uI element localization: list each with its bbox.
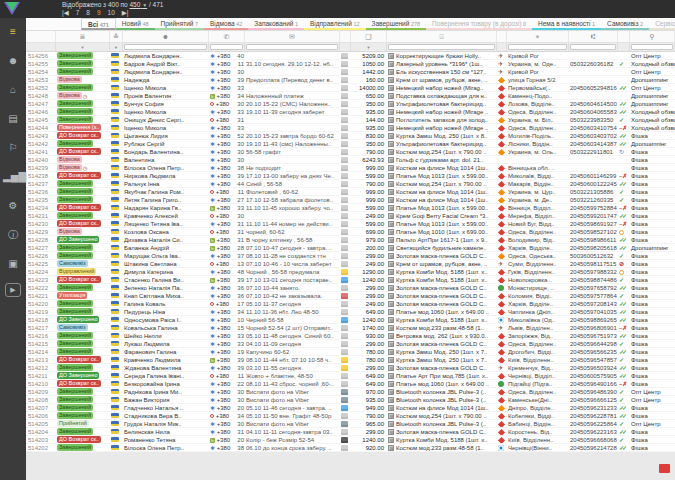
- sms-chat-icon[interactable]: [341, 85, 348, 91]
- column-header-ttn[interactable]: ⑆: [569, 31, 618, 42]
- tab-прийнятий[interactable]: Прийнятий 7: [155, 18, 205, 30]
- page-button-10[interactable]: 10: [108, 9, 115, 17]
- products-icon[interactable]: ▤: [3, 109, 23, 129]
- sms-chat-icon[interactable]: [341, 213, 348, 219]
- order-row-514242[interactable]: 514242ЗавершенийРублюк Сергій∗ +3803019.…: [26, 140, 675, 148]
- order-row-514236[interactable]: 514236ЗавершенийЯкубчак Галина Ром.. +38…: [26, 188, 675, 196]
- sms-chat-icon[interactable]: [341, 381, 348, 387]
- column-filter-price[interactable]: ▼: [351, 43, 387, 51]
- sms-chat-icon[interactable]: [341, 357, 348, 363]
- sms-chat-icon[interactable]: [341, 429, 348, 435]
- orders-list-icon[interactable]: ≡: [3, 22, 23, 42]
- order-row-514207[interactable]: 514207ЗавершенийГладченко Наталья ..∗ +3…: [26, 404, 675, 412]
- sms-chat-icon[interactable]: [341, 317, 348, 323]
- monitor-icon[interactable]: ▣: [3, 254, 23, 274]
- sms-chat-icon[interactable]: [341, 293, 348, 299]
- order-row-514209[interactable]: 514209ЗавершенийРаднікова Ірина Ми..∗ +3…: [26, 388, 675, 396]
- column-header-price[interactable]: ❑: [351, 31, 387, 42]
- order-row-514205[interactable]: 514205ПрийнятийГрудок Наталія Мик..∗ +38…: [26, 420, 675, 428]
- sms-chat-icon[interactable]: [341, 397, 348, 403]
- column-header-flag[interactable]: ≙: [110, 31, 123, 42]
- column-header-name[interactable]: ☻: [123, 31, 209, 42]
- app-logo[interactable]: [4, 2, 20, 15]
- sms-chat-icon[interactable]: [341, 349, 348, 355]
- column-header-tstat[interactable]: [618, 31, 630, 42]
- tab-завершений[interactable]: Завершений 278: [366, 18, 427, 30]
- tab-відправлений[interactable]: Відправлений 12: [304, 18, 366, 30]
- tab-повернення-товару-в-дорозі-[interactable]: Повернення товару (в дорозі) 0: [426, 18, 532, 30]
- column-header-product[interactable]: ⌺: [387, 31, 497, 42]
- order-row-514239[interactable]: 514239Відмова◷Білоока Олена Петр..∗ +380…: [26, 164, 675, 172]
- order-row-514234[interactable]: 514234ДО Возврат ск..Надарян Карина Гв..…: [26, 204, 675, 212]
- sms-chat-icon[interactable]: [341, 117, 348, 123]
- order-row-514252[interactable]: 514252ЗавершенийІщенко Микола∗ +38033140…: [26, 84, 675, 92]
- column-filter-product[interactable]: [387, 43, 497, 51]
- order-row-514218[interactable]: 514218ДО ЗавершеноОдносумова Раіса І..∗ …: [26, 316, 675, 324]
- sms-chat-icon[interactable]: [341, 157, 348, 163]
- order-row-514210[interactable]: 514210ДО Возврат ск..Безкоровайна Ірина∗…: [26, 380, 675, 388]
- column-filter-flag[interactable]: ▼: [110, 43, 123, 51]
- first-page-button[interactable]: |◀: [62, 9, 69, 17]
- filter-input-comment[interactable]: [246, 44, 338, 50]
- statistics-icon[interactable]: ▂▅▇: [3, 167, 23, 187]
- filter-dropdown-status[interactable]: ▼: [81, 45, 85, 50]
- tab-сервіси[interactable]: Сервіси 0: [649, 18, 675, 30]
- sms-chat-icon[interactable]: [341, 93, 348, 99]
- page-button-8[interactable]: 8: [86, 9, 90, 17]
- order-row-514213[interactable]: 514213ДО Возврат ск..Кравченко Людмилаlc…: [26, 356, 675, 364]
- column-filter-phone[interactable]: [209, 43, 245, 51]
- order-row-514235[interactable]: 514235ЗавершенийЛетяк Галина Григо..∗ +3…: [26, 196, 675, 204]
- order-row-514246[interactable]: 514246ЗавершенийІщенко Микола∗ +3803319.…: [26, 108, 675, 116]
- page-button-7[interactable]: 7: [76, 9, 80, 17]
- sms-chat-icon[interactable]: [341, 325, 348, 331]
- sms-chat-icon[interactable]: [341, 205, 348, 211]
- sms-chat-icon[interactable]: [341, 245, 348, 251]
- sms-chat-icon[interactable]: [341, 181, 348, 187]
- filter-input-source[interactable]: [631, 44, 673, 50]
- tab-нема-в-наявності[interactable]: Нема в наявності 1: [532, 18, 601, 30]
- order-row-514222[interactable]: 514222ЗавершенийЗеленко Наталія Па..∗ +3…: [26, 284, 675, 292]
- marketing-icon[interactable]: ⚐: [3, 138, 23, 158]
- sms-chat-icon[interactable]: [341, 437, 348, 443]
- sms-chat-icon[interactable]: [341, 197, 348, 203]
- order-row-514230[interactable]: 514230ДО Возврат ск..Лященко Тетяна Іва.…: [26, 220, 675, 228]
- sms-chat-icon[interactable]: [341, 413, 348, 419]
- tab-самовивіз[interactable]: Самовивіз 2: [601, 18, 649, 30]
- sms-chat-icon[interactable]: [341, 101, 348, 107]
- order-row-514219[interactable]: 514219ЗавершенийПедурець Ніна∗ +3803411.…: [26, 308, 675, 316]
- tab-новий[interactable]: Новий 48: [116, 18, 155, 30]
- tab-відмова[interactable]: Відмова 42: [204, 18, 248, 30]
- order-row-514238[interactable]: 514238ДО Возврат ск..Ниркова Людмила∗ +3…: [26, 172, 675, 180]
- column-header-comment[interactable]: ✉: [245, 31, 340, 42]
- order-row-514206[interactable]: 514206ЗавершенийСтадникова Вера В.. +380…: [26, 412, 675, 420]
- order-row-514228[interactable]: 514228ДО ЗавершеноДихавка Наталія Си..lc…: [26, 236, 675, 244]
- order-row-514247[interactable]: 514247ЗавершенийБунчук София +3803020.10…: [26, 100, 675, 108]
- sms-chat-icon[interactable]: [341, 389, 348, 395]
- sms-chat-icon[interactable]: [341, 277, 348, 283]
- info-icon[interactable]: ⓘ: [3, 225, 23, 245]
- sms-chat-icon[interactable]: [341, 253, 348, 259]
- column-filter-name[interactable]: [123, 43, 209, 51]
- order-row-514245[interactable]: 514245ЗавершенийОнищук Денис Сергі.. +38…: [26, 116, 675, 124]
- sms-chat-icon[interactable]: [341, 237, 348, 243]
- sms-chat-icon[interactable]: [341, 421, 348, 427]
- column-filter-source[interactable]: [630, 43, 675, 51]
- filter-dropdown-flag[interactable]: ▼: [114, 45, 118, 50]
- column-header-status[interactable]: ≣: [56, 31, 110, 42]
- order-row-514241[interactable]: 514241ДО Возврат ск..Бондарь Валентина..…: [26, 148, 675, 156]
- order-row-514229[interactable]: 514229ВідмоваКозлова Оксана +38031чорний…: [26, 228, 675, 236]
- order-row-514212[interactable]: 514212ЗавершенийЖданова Валентина∗ +3803…: [26, 364, 675, 372]
- sms-chat-icon[interactable]: [341, 269, 348, 275]
- settings-icon[interactable]: ⚙: [3, 196, 23, 216]
- clients-icon[interactable]: ☻: [3, 51, 23, 71]
- sms-chat-icon[interactable]: [341, 365, 348, 371]
- sms-chat-icon[interactable]: [341, 333, 348, 339]
- column-filter-comment[interactable]: [245, 43, 340, 51]
- page-size-dropdown[interactable]: 450 ▼: [130, 1, 148, 8]
- tab-запакований[interactable]: Запакований 1: [248, 18, 304, 30]
- sms-chat-icon[interactable]: [341, 125, 348, 131]
- filter-input-ttn[interactable]: [570, 44, 616, 50]
- order-row-514215[interactable]: 514215ЗавершенийЛукаш Людмила∗ +3803304.…: [26, 340, 675, 348]
- order-row-514211[interactable]: 514211ДО ЗавершеноСереда Галина Івані.. …: [26, 372, 675, 380]
- order-row-514255[interactable]: 514255ЗавершенийБадров Андрій Вікт..∗ +3…: [26, 60, 675, 68]
